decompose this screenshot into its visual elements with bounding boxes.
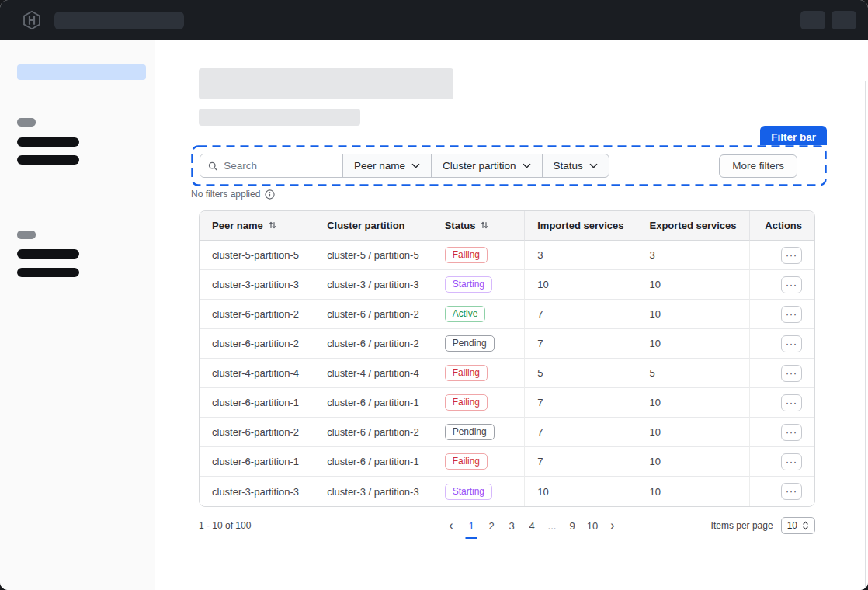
pagination-range-text: 1 - 10 of 100 <box>199 520 251 531</box>
exported-services-cell: 10 <box>637 329 750 359</box>
search-field[interactable] <box>200 154 342 177</box>
nav-search-skeleton[interactable] <box>54 12 184 30</box>
scroll-track-line <box>865 81 866 590</box>
table-row: cluster-6-partition-1cluster-6 / partiti… <box>200 447 814 477</box>
search-icon <box>208 161 217 172</box>
cluster-partition-cell: cluster-3 / partition-3 <box>314 477 432 506</box>
exported-services-cell: 10 <box>637 270 750 300</box>
status-cell: Pending <box>432 418 526 447</box>
column-header-status[interactable]: Status <box>432 211 526 241</box>
row-actions-button[interactable]: ··· <box>781 335 802 352</box>
top-navbar <box>0 0 868 40</box>
pagination-bar: 1 - 10 of 100 ‹ 1234...910› Items per pa… <box>199 517 815 534</box>
items-per-page-select[interactable]: 10 <box>781 517 815 534</box>
cluster-partition-cell: cluster-6 / partition-2 <box>314 418 432 447</box>
peer-name-cell: cluster-6-partition-2 <box>200 329 314 359</box>
row-actions-button[interactable]: ··· <box>781 306 802 323</box>
row-actions-button[interactable]: ··· <box>781 424 802 441</box>
status-cell: Starting <box>432 270 526 300</box>
nav-button-skeleton[interactable] <box>800 11 825 30</box>
peer-name-cell: cluster-6-partition-1 <box>200 388 314 418</box>
more-filters-button[interactable]: More filters <box>719 154 797 178</box>
items-per-page-value: 10 <box>787 520 797 531</box>
status-badge: Pending <box>445 424 495 440</box>
sidebar-item-skeleton[interactable] <box>17 249 79 259</box>
cluster-partition-cell: cluster-4 / partition-4 <box>314 359 432 388</box>
imported-services-cell: 5 <box>525 359 637 388</box>
peer-name-cell: cluster-4-partition-4 <box>200 359 314 388</box>
actions-cell: ··· <box>750 447 814 477</box>
status-cell: Failing <box>432 241 526 270</box>
page-button-10[interactable]: 10 <box>584 516 602 535</box>
cluster-partition-filter-dropdown[interactable]: Cluster partition <box>431 154 542 177</box>
imported-services-cell: 7 <box>525 300 637 329</box>
sidebar-item-selected-skeleton[interactable] <box>17 64 146 80</box>
exported-services-cell: 10 <box>637 447 750 477</box>
actions-cell: ··· <box>750 359 814 388</box>
actions-cell: ··· <box>750 329 814 359</box>
actions-cell: ··· <box>750 418 814 447</box>
actions-cell: ··· <box>750 477 814 506</box>
page-button-1[interactable]: 1 <box>463 516 481 535</box>
sort-icon <box>480 220 489 230</box>
page-button-2[interactable]: 2 <box>483 516 501 535</box>
status-cell: Pending <box>432 329 526 359</box>
exported-services-cell: 10 <box>637 388 750 418</box>
row-actions-button[interactable]: ··· <box>781 247 802 264</box>
row-actions-button[interactable]: ··· <box>781 483 802 500</box>
page-button-3[interactable]: 3 <box>503 516 521 535</box>
up-down-stepper-icon <box>802 521 809 530</box>
status-cell: Failing <box>432 388 526 418</box>
sidebar-item-skeleton[interactable] <box>17 268 79 277</box>
imported-services-cell: 10 <box>525 477 637 506</box>
pager: ‹ 1234...910› <box>443 516 622 535</box>
table-row: cluster-3-partition-3cluster-3 / partiti… <box>200 477 814 506</box>
filter-bar-region: Filter bar <box>191 126 827 200</box>
next-page-button[interactable]: › <box>604 516 622 535</box>
actions-cell: ··· <box>750 388 814 418</box>
page-button-4[interactable]: 4 <box>523 516 541 535</box>
cluster-partition-cell: cluster-6 / partition-1 <box>314 447 432 477</box>
peer-name-filter-dropdown[interactable]: Peer name <box>342 154 431 177</box>
actions-cell: ··· <box>750 270 814 300</box>
status-cell: Failing <box>432 447 526 477</box>
page-button-9[interactable]: 9 <box>564 516 582 535</box>
table-row: cluster-3-partition-3cluster-3 / partiti… <box>200 270 814 300</box>
row-actions-button[interactable]: ··· <box>781 365 802 382</box>
table-header-row: Peer name Cluster partition Status Impor… <box>200 211 814 241</box>
imported-services-cell: 3 <box>525 241 637 270</box>
main-content: Filter bar <box>155 40 868 590</box>
info-icon[interactable] <box>265 189 275 200</box>
page-title-skeleton <box>199 68 453 99</box>
peer-name-cell: cluster-6-partition-1 <box>200 447 314 477</box>
exported-services-cell: 3 <box>637 241 750 270</box>
peer-name-cell: cluster-6-partition-2 <box>200 418 314 447</box>
status-filter-dropdown[interactable]: Status <box>542 154 609 177</box>
status-badge: Failing <box>445 365 488 381</box>
previous-page-button[interactable]: ‹ <box>443 516 460 535</box>
cluster-partition-cell: cluster-6 / partition-2 <box>314 329 432 359</box>
column-header-peer-name[interactable]: Peer name <box>200 211 314 241</box>
cluster-partition-cell: cluster-3 / partition-3 <box>314 270 432 300</box>
hashicorp-logo-icon <box>22 10 42 30</box>
table-row: cluster-6-partition-2cluster-6 / partiti… <box>200 300 814 329</box>
page-subtitle-skeleton <box>199 109 360 126</box>
exported-services-cell: 10 <box>637 418 750 447</box>
column-header-cluster-partition[interactable]: Cluster partition <box>314 211 432 241</box>
nav-button-skeleton[interactable] <box>832 11 856 30</box>
items-per-page-label: Items per page <box>711 520 773 531</box>
status-badge: Failing <box>445 394 488 411</box>
row-actions-button[interactable]: ··· <box>781 276 802 293</box>
row-actions-button[interactable]: ··· <box>781 453 802 470</box>
filter-bar-annotation-label: Filter bar <box>760 126 827 145</box>
row-actions-button[interactable]: ··· <box>781 394 802 411</box>
table-row: cluster-6-partition-1cluster-6 / partiti… <box>200 388 814 418</box>
status-badge: Failing <box>445 247 488 263</box>
exported-services-cell: 10 <box>637 477 750 506</box>
sidebar-item-skeleton[interactable] <box>17 137 79 147</box>
search-input[interactable] <box>224 160 335 172</box>
status-cell: Failing <box>432 359 526 388</box>
table-row: cluster-4-partition-4cluster-4 / partiti… <box>200 359 814 388</box>
column-header-exported-services: Exported services <box>637 211 750 241</box>
sidebar-item-skeleton[interactable] <box>17 155 79 165</box>
